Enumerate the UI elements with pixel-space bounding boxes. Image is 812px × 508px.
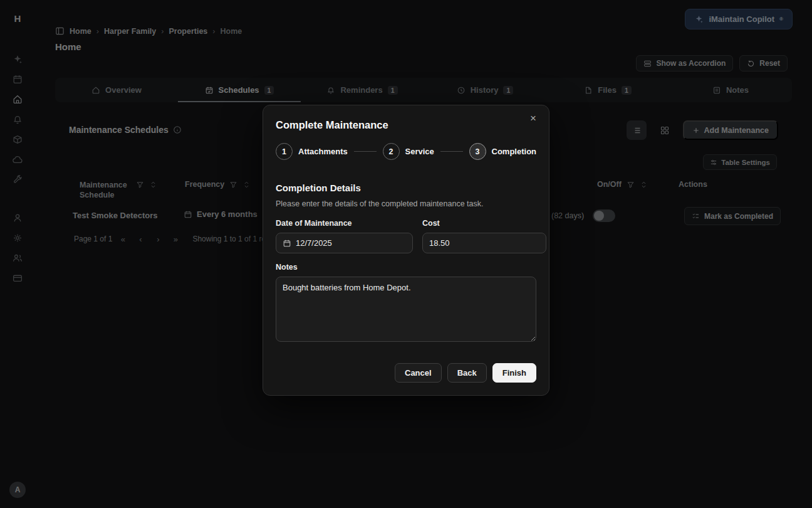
cancel-button[interactable]: Cancel <box>395 363 442 383</box>
completion-details-title: Completion Details <box>276 183 536 193</box>
complete-maintenance-dialog: × Complete Maintenance 1 Attachments 2 S… <box>263 105 549 396</box>
date-input-wrap <box>276 233 413 253</box>
date-field-group: Date of Maintenance <box>276 219 413 253</box>
step-wizard: 1 Attachments 2 Service 3 Completion <box>276 143 536 160</box>
step-service[interactable]: 2 Service <box>383 143 434 160</box>
back-button[interactable]: Back <box>447 363 487 383</box>
finish-button[interactable]: Finish <box>492 363 536 383</box>
cost-input-wrap <box>422 233 546 253</box>
app-root: H A Home › Harper Family <box>0 0 812 508</box>
dialog-buttons: Cancel Back Finish <box>276 363 536 383</box>
step-number: 2 <box>383 143 400 160</box>
step-completion[interactable]: 3 Completion <box>469 143 537 160</box>
completion-details-description: Please enter the details of the complete… <box>276 199 536 208</box>
step-connector <box>440 151 463 152</box>
dialog-title: Complete Maintenance <box>276 119 536 131</box>
step-connector <box>354 151 377 152</box>
notes-field-label: Notes <box>276 263 536 272</box>
notes-field-group: Notes Bought batteries from Home Depot. <box>276 263 536 344</box>
step-label: Attachments <box>298 147 348 156</box>
cost-field-group: Cost <box>422 219 546 253</box>
close-icon[interactable]: × <box>526 112 540 125</box>
cost-input[interactable] <box>429 238 539 248</box>
step-number: 3 <box>469 143 486 160</box>
step-attachments[interactable]: 1 Attachments <box>276 143 348 160</box>
notes-textarea[interactable]: Bought batteries from Home Depot. <box>276 277 536 342</box>
cost-field-label: Cost <box>422 219 546 228</box>
step-label: Completion <box>492 147 537 156</box>
completion-fields: Date of Maintenance Cost <box>276 219 536 253</box>
step-label: Service <box>405 147 434 156</box>
calendar-icon[interactable] <box>283 239 291 248</box>
date-of-maintenance-input[interactable] <box>296 238 406 248</box>
date-field-label: Date of Maintenance <box>276 219 413 228</box>
step-number: 1 <box>276 143 293 160</box>
